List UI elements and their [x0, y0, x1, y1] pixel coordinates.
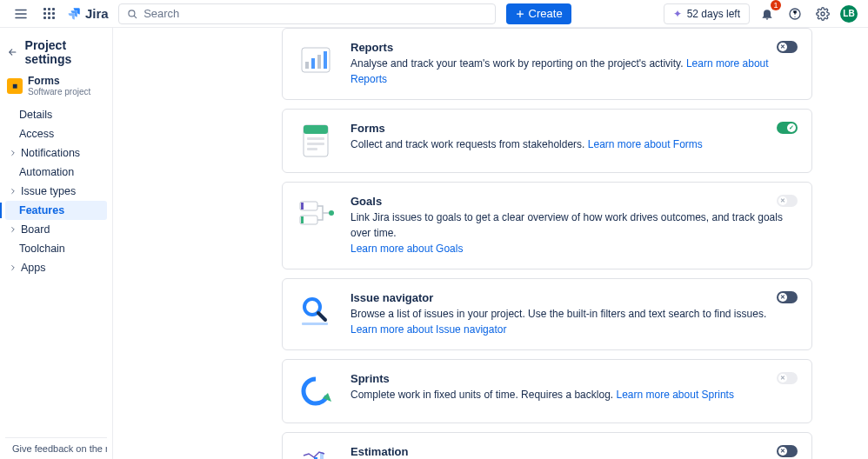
arrow-left-icon [7, 46, 18, 58]
svg-rect-10 [307, 143, 324, 145]
feature-toggle-reports[interactable]: ✕ [777, 41, 798, 53]
feature-card-issue-navigator: Issue navigatorBrowse a list of issues i… [282, 278, 812, 350]
sidebar-nav: DetailsAccessNotificationsAutomationIssu… [5, 105, 107, 277]
chevron-right-icon [9, 149, 17, 157]
jira-logo[interactable]: Jira [66, 6, 109, 22]
learn-more-link[interactable]: Learn more about Issue navigator [351, 323, 506, 336]
project-chip[interactable]: ■ Forms Software project [5, 73, 107, 105]
sidebar-item-access[interactable]: Access [5, 124, 107, 143]
sidebar-item-label: Automation [19, 166, 74, 178]
notifications-icon[interactable]: 1 [757, 3, 778, 24]
svg-rect-9 [307, 137, 324, 140]
chevron-right-icon [9, 187, 17, 196]
goals-icon [297, 195, 335, 233]
feature-toggle-estimation[interactable]: ✕ [777, 445, 798, 457]
sidebar-item-details[interactable]: Details [5, 105, 107, 124]
svg-rect-15 [301, 216, 304, 223]
close-icon: ✕ [780, 197, 785, 204]
feature-description: Analyse and track your team's work by re… [351, 56, 798, 87]
main-menu-icon[interactable] [10, 3, 31, 24]
feature-toggle-issue-navigator[interactable]: ✕ [777, 291, 798, 303]
help-icon[interactable] [785, 3, 805, 24]
avatar[interactable]: LB [840, 5, 858, 23]
sidebar-item-label: Features [19, 204, 64, 216]
feature-toggle-forms[interactable]: ✓ [777, 122, 798, 134]
feature-card-forms: FormsCollect and track work requests fro… [282, 109, 812, 173]
topbar: Jira Search Create ✦ 52 days left 1 LB [0, 0, 868, 28]
feature-title: Goals [351, 195, 798, 208]
estimation-icon [297, 445, 335, 459]
check-icon: ✓ [789, 124, 794, 131]
sidebar-item-label: Toolchain [19, 243, 65, 255]
create-button-label: Create [529, 7, 563, 20]
sidebar-item-issue-types[interactable]: Issue types [5, 182, 107, 201]
learn-more-link[interactable]: Learn more about Reports [351, 57, 769, 85]
svg-rect-5 [317, 55, 321, 69]
close-icon: ✕ [780, 375, 785, 382]
feature-card-goals: GoalsLink Jira issues to goals to get a … [282, 182, 812, 269]
sidebar-item-label: Issue types [21, 185, 76, 197]
feature-description: Browse a list of issues in your project.… [351, 306, 798, 337]
learn-more-link[interactable]: Learn more about Goals [351, 243, 463, 255]
chevron-right-icon [9, 263, 17, 272]
forms-icon [297, 122, 335, 160]
svg-point-16 [329, 210, 334, 216]
feature-toggle-goals: ✕ [777, 195, 798, 207]
svg-rect-8 [304, 125, 328, 134]
search-input[interactable]: Search [118, 3, 496, 24]
sidebar: Project settings ■ Forms Software projec… [0, 28, 113, 459]
feedback-label: Give feedback on the n [12, 443, 107, 454]
feature-title: Sprints [351, 372, 798, 385]
plus-icon [515, 9, 525, 19]
sidebar-item-features[interactable]: Features [5, 201, 107, 220]
sidebar-item-label: Notifications [21, 147, 80, 159]
feature-toggle-sprints: ✕ [777, 372, 798, 384]
svg-point-0 [129, 10, 135, 16]
app-switcher-icon[interactable] [38, 3, 59, 24]
close-icon: ✕ [780, 294, 785, 301]
give-feedback-link[interactable]: Give feedback on the n [5, 437, 107, 459]
sidebar-item-automation[interactable]: Automation [5, 163, 107, 182]
feature-description: Collect and track work requests from sta… [351, 136, 798, 152]
feature-card-estimation: EstimationCapture expected efforts to pl… [282, 432, 812, 459]
create-button[interactable]: Create [506, 3, 571, 24]
feature-cards: ReportsAnalyse and track your team's wor… [134, 28, 847, 459]
svg-rect-4 [311, 58, 315, 69]
settings-icon[interactable] [812, 3, 833, 24]
feature-title: Estimation [351, 445, 798, 458]
sprints-icon [297, 372, 335, 410]
feature-description: Complete work in fixed units of time. Re… [351, 387, 798, 402]
svg-rect-11 [307, 148, 317, 150]
feature-card-sprints: SprintsComplete work in fixed units of t… [282, 359, 812, 423]
main-content: ReportsAnalyse and track your team's wor… [113, 28, 868, 459]
search-placeholder: Search [144, 7, 179, 20]
sidebar-item-notifications[interactable]: Notifications [5, 143, 107, 163]
svg-rect-6 [324, 51, 327, 69]
sidebar-item-board[interactable]: Board [5, 220, 107, 239]
notification-badge: 1 [771, 0, 781, 10]
learn-more-link[interactable]: Learn more about Sprints [616, 389, 733, 401]
sidebar-item-apps[interactable]: Apps [5, 258, 107, 277]
sidebar-item-label: Apps [21, 262, 46, 274]
sidebar-item-label: Access [19, 128, 54, 140]
learn-more-link[interactable]: Learn more about Forms [588, 138, 703, 150]
sidebar-item-label: Board [21, 223, 50, 236]
reports-icon [297, 41, 335, 79]
feature-title: Forms [351, 122, 798, 135]
issue-navigator-icon [297, 291, 335, 329]
sidebar-item-toolchain[interactable]: Toolchain [5, 239, 107, 258]
back-to-project[interactable]: Project settings [5, 37, 107, 73]
feature-title: Reports [351, 41, 798, 54]
close-icon: ✕ [780, 448, 785, 455]
sidebar-item-label: Details [19, 109, 52, 121]
project-type: Software project [28, 87, 90, 96]
search-icon [126, 8, 138, 20]
feature-description: Link Jira issues to goals to get a clear… [351, 210, 798, 256]
svg-rect-3 [305, 62, 309, 69]
chevron-right-icon [9, 225, 17, 234]
project-name: Forms [28, 75, 90, 87]
trial-days-label: 52 days left [687, 8, 740, 20]
trial-days-button[interactable]: ✦ 52 days left [664, 3, 750, 24]
sidebar-title: Project settings [25, 38, 107, 66]
jira-logo-text: Jira [85, 6, 109, 21]
